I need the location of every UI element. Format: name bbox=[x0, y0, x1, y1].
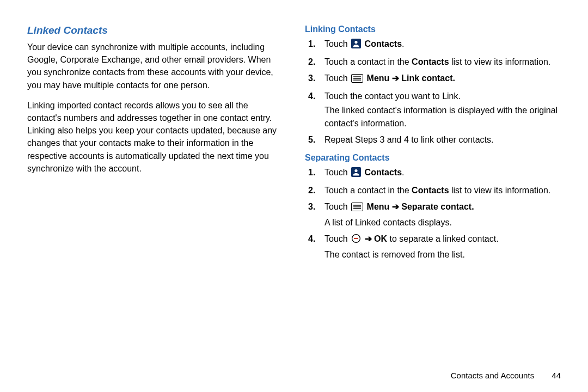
text-bold: OK bbox=[372, 234, 387, 243]
menu-icon bbox=[351, 202, 363, 215]
page-footer: Contacts and Accounts 44 bbox=[451, 371, 561, 380]
separating-step-2: Touch a contact in the Contacts list to … bbox=[305, 184, 561, 197]
steps-separating: Touch Contacts. Touch a contact in the C… bbox=[305, 166, 561, 261]
text: . bbox=[402, 39, 404, 48]
steps-linking: Touch Contacts. Touch a contact in the C… bbox=[305, 38, 561, 146]
text-bold: Link contact. bbox=[399, 74, 455, 83]
text: Touch a contact in the bbox=[324, 186, 412, 195]
text: to separate a linked contact. bbox=[387, 234, 499, 243]
text: Touch bbox=[324, 39, 350, 48]
text: . bbox=[402, 168, 404, 177]
separating-step-4: Touch ➔ OK to separate a linked contact.… bbox=[305, 232, 561, 261]
text-bold: Contacts bbox=[362, 168, 402, 177]
text: Touch bbox=[324, 234, 350, 243]
linking-step-1: Touch Contacts. bbox=[305, 38, 561, 52]
text-bold: Contacts bbox=[412, 57, 449, 66]
text: list to view its information. bbox=[449, 186, 551, 195]
contacts-icon bbox=[351, 167, 361, 181]
footer-page-number: 44 bbox=[552, 371, 561, 380]
left-column: Linked Contacts Your device can synchron… bbox=[27, 24, 283, 268]
linking-step-5: Repeat Steps 3 and 4 to link other conta… bbox=[305, 133, 561, 146]
subsection-title-linking: Linking Contacts bbox=[305, 24, 561, 34]
body-paragraph-1: Your device can synchronize with multipl… bbox=[27, 41, 283, 91]
svg-point-7 bbox=[355, 169, 358, 172]
text-bold: Menu bbox=[364, 74, 392, 83]
menu-icon bbox=[351, 74, 363, 87]
text-subline: The linked contact's information is disp… bbox=[324, 104, 561, 130]
text: Touch bbox=[324, 202, 350, 211]
text-bold: Contacts bbox=[412, 186, 449, 195]
right-column: Linking Contacts Touch Contacts. Touch a… bbox=[305, 24, 561, 268]
linking-step-2: Touch a contact in the Contacts list to … bbox=[305, 56, 561, 69]
text-subline: The contact is removed from the list. bbox=[324, 248, 561, 261]
arrow-icon: ➔ bbox=[365, 234, 372, 243]
footer-section-label: Contacts and Accounts bbox=[451, 371, 534, 380]
separating-step-1: Touch Contacts. bbox=[305, 166, 561, 181]
page-content: Linked Contacts Your device can synchron… bbox=[0, 0, 588, 268]
body-paragraph-2: Linking imported contact records allows … bbox=[27, 99, 283, 175]
linking-step-3: Touch Menu ➔ Link contact. bbox=[305, 72, 561, 87]
linking-step-4: Touch the contact you want to Link. The … bbox=[305, 90, 561, 130]
text: Touch a contact in the bbox=[324, 57, 412, 66]
text: Touch bbox=[324, 74, 350, 83]
text: Touch the contact you want to Link. bbox=[324, 91, 461, 101]
arrow-icon: ➔ bbox=[392, 202, 399, 211]
subsection-title-separating: Separating Contacts bbox=[305, 153, 561, 163]
separating-step-3: Touch Menu ➔ Separate contact. A list of… bbox=[305, 200, 561, 229]
remove-icon bbox=[351, 234, 361, 247]
text: Repeat Steps 3 and 4 to link other conta… bbox=[324, 135, 493, 144]
arrow-icon: ➔ bbox=[392, 74, 399, 83]
text-bold: Separate contact. bbox=[399, 202, 474, 211]
text-bold: Menu bbox=[364, 202, 392, 211]
contacts-icon bbox=[351, 39, 361, 52]
text-bold: Contacts bbox=[362, 39, 402, 48]
text: list to view its information. bbox=[449, 57, 551, 66]
text: Touch bbox=[324, 168, 350, 177]
text-subline: A list of Linked contacts displays. bbox=[324, 216, 561, 229]
svg-point-1 bbox=[355, 41, 358, 44]
section-title-linked-contacts: Linked Contacts bbox=[27, 24, 283, 36]
